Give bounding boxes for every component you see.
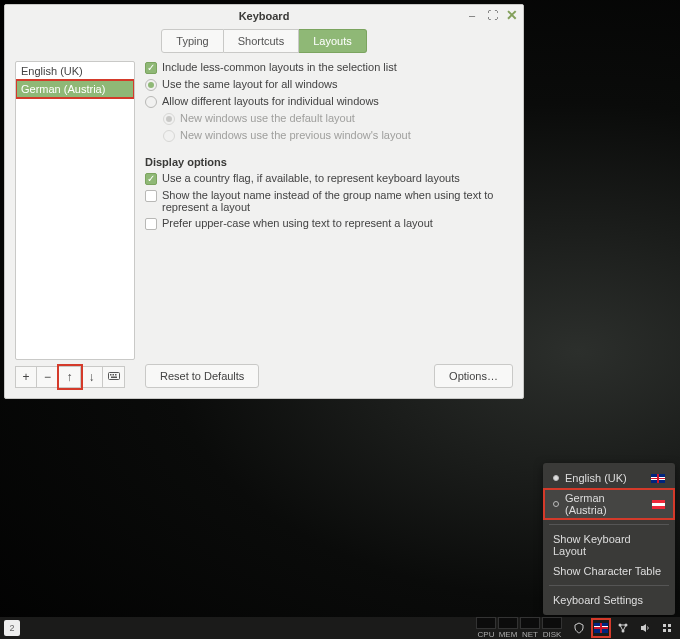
checkbox-include-less-common[interactable]: ✓ <box>145 62 157 74</box>
menu-show-keyboard-layout[interactable]: Show Keyboard Layout <box>543 529 675 561</box>
system-monitor-applet[interactable]: CPU MEM NET DISK <box>476 617 562 639</box>
flag-gb-icon <box>651 474 665 483</box>
checkbox-use-flag[interactable]: ✓ <box>145 173 157 185</box>
tray-shield-icon[interactable] <box>572 621 586 635</box>
layout-item-german-austria[interactable]: German (Austria) <box>16 80 134 98</box>
svg-rect-0 <box>108 373 119 380</box>
menu-layout-english-uk[interactable]: English (UK) <box>543 468 675 488</box>
keyboard-layout-indicator[interactable] <box>594 621 608 635</box>
label-show-layout-name: Show the layout name instead of the grou… <box>162 189 513 213</box>
cpu-graph <box>476 617 496 629</box>
radio-new-previous <box>163 130 175 142</box>
tab-shortcuts[interactable]: Shortcuts <box>224 29 299 53</box>
menu-keyboard-settings[interactable]: Keyboard Settings <box>543 590 675 610</box>
flag-at-icon <box>652 500 665 509</box>
svg-rect-11 <box>668 629 671 632</box>
mem-graph <box>498 617 518 629</box>
inactive-dot-icon <box>553 501 559 507</box>
keyboard-settings-window: Keyboard – ⛶ ✕ Typing Shortcuts Layouts … <box>4 4 524 399</box>
svg-rect-3 <box>115 374 117 376</box>
radio-same-layout[interactable] <box>145 79 157 91</box>
move-up-button[interactable]: ↑ <box>59 366 81 388</box>
tray-overflow-icon[interactable] <box>660 621 674 635</box>
menu-separator <box>549 585 669 586</box>
show-layout-button[interactable] <box>103 366 125 388</box>
svg-rect-9 <box>668 624 671 627</box>
keyboard-indicator-menu: English (UK) German (Austria) Show Keybo… <box>543 463 675 615</box>
tab-typing[interactable]: Typing <box>161 29 223 53</box>
options-button[interactable]: Options… <box>434 364 513 388</box>
network-icon[interactable] <box>616 621 630 635</box>
label-new-previous: New windows use the previous window's la… <box>180 129 411 141</box>
reset-button[interactable]: Reset to Defaults <box>145 364 259 388</box>
label-same-layout: Use the same layout for all windows <box>162 78 337 90</box>
active-dot-icon <box>553 475 559 481</box>
minimize-button[interactable]: – <box>465 8 479 22</box>
svg-rect-1 <box>110 374 112 376</box>
remove-layout-button[interactable]: − <box>37 366 59 388</box>
label-include-less-common: Include less-common layouts in the selec… <box>162 61 397 73</box>
move-down-button[interactable]: ↓ <box>81 366 103 388</box>
disk-graph <box>542 617 562 629</box>
svg-rect-10 <box>663 629 666 632</box>
maximize-button[interactable]: ⛶ <box>485 8 499 22</box>
volume-icon[interactable] <box>638 621 652 635</box>
label-new-default: New windows use the default layout <box>180 112 355 124</box>
svg-rect-8 <box>663 624 666 627</box>
radio-new-default <box>163 113 175 125</box>
radio-diff-layouts[interactable] <box>145 96 157 108</box>
layout-list[interactable]: English (UK) German (Austria) <box>15 61 135 360</box>
menu-separator <box>549 524 669 525</box>
workspace-switcher[interactable]: 2 <box>4 620 20 636</box>
svg-rect-4 <box>111 377 117 379</box>
svg-rect-2 <box>112 374 114 376</box>
label-diff-layouts: Allow different layouts for individual w… <box>162 95 379 107</box>
titlebar[interactable]: Keyboard – ⛶ ✕ <box>5 5 523 27</box>
checkbox-show-layout-name[interactable] <box>145 190 157 202</box>
add-layout-button[interactable]: + <box>15 366 37 388</box>
flag-gb-icon <box>594 623 608 633</box>
layout-item-english-uk[interactable]: English (UK) <box>16 62 134 80</box>
taskbar: 2 CPU MEM NET DISK <box>0 617 680 639</box>
checkbox-upper-case[interactable] <box>145 218 157 230</box>
net-graph <box>520 617 540 629</box>
menu-layout-german-austria[interactable]: German (Austria) <box>543 488 675 520</box>
menu-show-character-table[interactable]: Show Character Table <box>543 561 675 581</box>
close-button[interactable]: ✕ <box>505 8 519 22</box>
window-title: Keyboard <box>239 10 290 22</box>
display-options-header: Display options <box>145 156 513 168</box>
tab-layouts[interactable]: Layouts <box>299 29 367 53</box>
label-use-flag: Use a country flag, if available, to rep… <box>162 172 460 184</box>
label-upper-case: Prefer upper-case when using text to rep… <box>162 217 433 229</box>
